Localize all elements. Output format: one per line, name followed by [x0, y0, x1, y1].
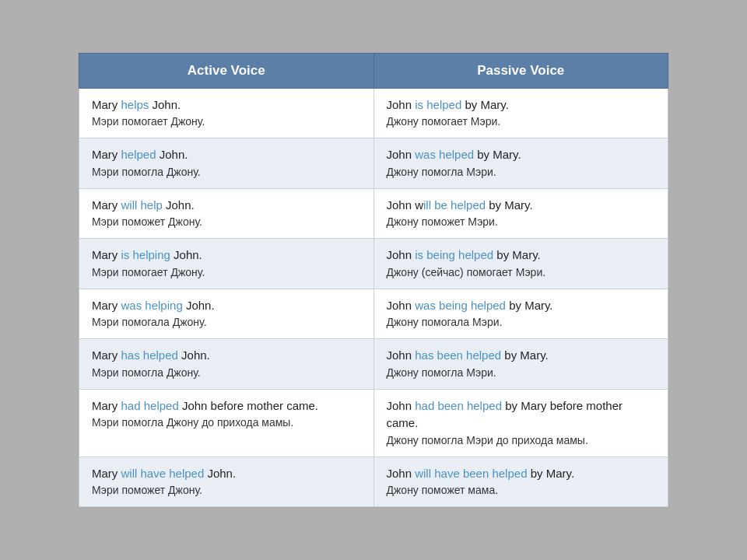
- passive-sentence: John was being helped by Mary.: [387, 297, 656, 315]
- table-row: Mary helps John.Мэри помогает Джону.John…: [79, 88, 668, 138]
- passive-translation: Джону помогла Мэри до прихода мамы.: [387, 432, 656, 449]
- passive-voice-cell: John is being helped by Mary.Джону (сейч…: [374, 239, 668, 289]
- passive-translation: Джону помогла Мэри.: [387, 164, 656, 180]
- passive-voice-cell: John will be helped by Mary.Джону поможе…: [374, 188, 668, 239]
- passive-verb: had been helped: [415, 399, 502, 412]
- active-voice-cell: Mary was helping John.Мэри помогала Джон…: [79, 289, 374, 339]
- table-row: Mary will help John.Мэри поможет Джону.J…: [79, 188, 668, 239]
- passive-voice-cell: John was helped by Mary.Джону помогла Мэ…: [374, 138, 668, 189]
- active-voice-cell: Mary helped John.Мэри помогла Джону.: [79, 138, 374, 189]
- passive-verb: was being helped: [415, 299, 506, 312]
- active-sentence: Mary was helping John.: [92, 297, 361, 315]
- active-sentence: Mary is helping John.: [92, 247, 361, 264]
- table-row: Mary was helping John.Мэри помогала Джон…: [79, 289, 668, 339]
- passive-voice-cell: John had been helped by Mary before moth…: [374, 389, 668, 457]
- passive-voice-cell: John was being helped by Mary.Джону помо…: [374, 289, 668, 339]
- passive-sentence: John has been helped by Mary.: [387, 347, 656, 365]
- active-translation: Мэри помогает Джону.: [92, 264, 361, 281]
- passive-translation: Джону поможет Мэри.: [387, 214, 656, 230]
- active-sentence: Mary will have helped John.: [92, 465, 361, 483]
- passive-verb: ill be helped: [423, 198, 486, 212]
- passive-sentence: John will be helped by Mary.: [387, 197, 656, 215]
- active-verb: will help: [121, 198, 163, 212]
- active-voice-cell: Mary will have helped John.Мэри поможет …: [79, 457, 374, 507]
- active-sentence: Mary has helped John.: [92, 347, 361, 365]
- active-verb: was helping: [121, 299, 183, 312]
- active-translation: Мэри помогла Джону.: [92, 365, 361, 381]
- passive-sentence: John will have been helped by Mary.: [387, 465, 656, 483]
- active-translation: Мэри помогала Джону.: [92, 314, 361, 331]
- passive-translation: Джону помогла Мэри.: [387, 365, 656, 381]
- active-translation: Мэри помогла Джону.: [92, 164, 361, 180]
- passive-verb: will have been helped: [415, 467, 527, 480]
- active-sentence: Mary helps John.: [92, 96, 361, 114]
- table-row: Mary will have helped John.Мэри поможет …: [79, 457, 668, 507]
- passive-verb: is being helped: [415, 248, 493, 261]
- passive-translation: Джону поможет мама.: [387, 482, 656, 499]
- passive-voice-cell: John is helped by Mary.Джону помогает Мэ…: [374, 88, 668, 138]
- active-verb: helps: [121, 98, 149, 111]
- passive-verb: has been helped: [415, 348, 501, 362]
- passive-sentence: John was helped by Mary.: [387, 146, 656, 164]
- active-verb: had helped: [121, 399, 179, 412]
- header-active-voice: Active Voice: [79, 53, 374, 88]
- active-translation: Мэри поможет Джону.: [92, 214, 361, 230]
- passive-voice-cell: John has been helped by Mary.Джону помог…: [374, 339, 668, 390]
- passive-verb: was helped: [415, 148, 474, 161]
- table-row: Mary had helped John before mother came.…: [79, 389, 668, 457]
- active-sentence: Mary helped John.: [92, 146, 361, 164]
- passive-translation: Джону (сейчас) помогает Мэри.: [387, 264, 656, 281]
- passive-translation: Джону помогает Мэри.: [387, 114, 656, 130]
- table-row: Mary has helped John.Мэри помогла Джону.…: [79, 339, 668, 390]
- passive-sentence: John had been helped by Mary before moth…: [387, 397, 656, 432]
- passive-sentence: John is helped by Mary.: [387, 96, 656, 114]
- voice-table: Active Voice Passive Voice Mary helps Jo…: [79, 53, 668, 508]
- active-verb: has helped: [121, 348, 178, 362]
- header-passive-voice: Passive Voice: [374, 53, 668, 88]
- active-sentence: Mary had helped John before mother came.: [92, 397, 361, 415]
- active-voice-cell: Mary will help John.Мэри поможет Джону.: [79, 188, 374, 239]
- active-verb: will have helped: [121, 467, 205, 480]
- active-translation: Мэри помогла Джону до прихода мамы.: [92, 415, 361, 431]
- passive-voice-cell: John will have been helped by Mary.Джону…: [374, 457, 668, 507]
- active-voice-cell: Mary had helped John before mother came.…: [79, 389, 374, 457]
- active-sentence: Mary will help John.: [92, 197, 361, 215]
- passive-translation: Джону помогала Мэри.: [387, 314, 656, 331]
- active-translation: Мэри поможет Джону.: [92, 482, 361, 499]
- main-table-wrapper: Active Voice Passive Voice Mary helps Jo…: [78, 52, 669, 509]
- active-voice-cell: Mary is helping John.Мэри помогает Джону…: [79, 239, 374, 289]
- active-voice-cell: Mary helps John.Мэри помогает Джону.: [79, 88, 374, 138]
- table-row: Mary is helping John.Мэри помогает Джону…: [79, 239, 668, 289]
- active-verb: is helping: [121, 248, 170, 261]
- table-row: Mary helped John.Мэри помогла Джону.John…: [79, 138, 668, 189]
- passive-verb: is helped: [415, 98, 461, 111]
- passive-sentence: John is being helped by Mary.: [387, 247, 656, 264]
- active-verb: helped: [121, 148, 156, 161]
- active-voice-cell: Mary has helped John.Мэри помогла Джону.: [79, 339, 374, 390]
- active-translation: Мэри помогает Джону.: [92, 114, 361, 130]
